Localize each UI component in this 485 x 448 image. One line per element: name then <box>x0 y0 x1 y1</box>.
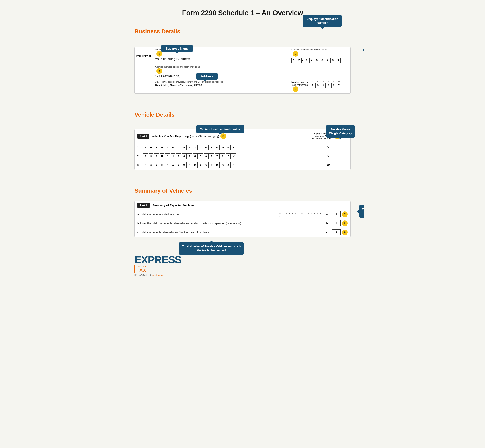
mfu-col-y2: Y 0 <box>316 81 320 88</box>
city-left-spacer <box>135 79 152 94</box>
address-label: Address (number, street, and room or sui… <box>155 66 286 68</box>
vehicle-section-title: Vehicle Details <box>135 111 350 118</box>
mfu-boxes: Y 2 Y 0 Y 2 Y 0 <box>310 81 342 88</box>
mfu-col-m2: M 7 <box>337 81 342 88</box>
vin-row-3: 3 5 6 7 F G 4 7 S D G 4 5 F D G <box>135 161 350 169</box>
vin-row-2: 2 4 5 6 H J J 5 6 7 G D A 5 7 6 <box>135 152 350 161</box>
part-i-badge: Part I <box>137 134 149 139</box>
address-row: Address (number, street, and room or sui… <box>135 64 350 79</box>
ein-dash: - <box>302 57 303 63</box>
part-i-title: Vehicles You Are Reporting <box>152 135 189 138</box>
part-i-subtitle: (enter VIN and category) <box>190 135 219 138</box>
address-callout: Address <box>196 73 218 80</box>
row-b-label: Enter the total number of taxable vehicl… <box>140 222 279 225</box>
city-field: City or town, state or province, country… <box>152 79 289 94</box>
logo-tax: TAX <box>136 268 147 273</box>
ein-char-5: 5 <box>315 57 319 63</box>
business-name-callout: Business Name <box>161 45 193 52</box>
badge-4: 4 <box>293 87 299 92</box>
tgw-callout: Taxable GrossWeight Category <box>326 125 355 137</box>
logo-express: EXPRESS <box>135 255 182 265</box>
row-a-code: a <box>325 213 329 216</box>
city-row: City or town, state or province, country… <box>135 79 350 94</box>
vin-chars-1: S D F G H E 4 5 2 1 G H Y U W B 9 <box>141 143 306 152</box>
vin-row-num-3: 3 <box>135 161 141 169</box>
mfu-field: Month of first use(see instructions) 4 Y… <box>289 79 350 94</box>
city-value: Rock Hill, South Carolina, 29730 <box>155 84 286 87</box>
ein-field: Employer identification number (EIN) 2 1… <box>289 47 350 64</box>
address-field: Address (number, street, and room or sui… <box>152 64 289 79</box>
row-a-letter: a <box>137 213 139 216</box>
ein-callout: Employer IdentificationNumber <box>303 15 342 27</box>
vin-category-1: V <box>306 143 350 152</box>
summary-part-header: Part II Summary of Reported Vehicles <box>135 201 350 210</box>
badge-1: 1 <box>156 51 162 57</box>
total-vehicles-reported-callout: Total Number of VehiclesReported <box>359 205 364 218</box>
business-name-value: Your Trucking Business <box>155 57 286 61</box>
ein-char-6: 6 <box>320 57 325 63</box>
address-right <box>289 64 350 79</box>
vin-category-3: W <box>306 161 350 169</box>
row-c-code: c <box>325 231 329 234</box>
vin-category-2: V <box>306 152 350 160</box>
vin-row-num-1: 1 <box>135 143 141 152</box>
mfu-label: Month of first use(see instructions) <box>291 81 308 87</box>
business-section: Business Details Employer Identification… <box>135 28 350 94</box>
mfu-col-y4: Y 0 <box>326 81 331 88</box>
address-value: 123 East Main St, <box>155 74 286 78</box>
ein-char-1: 1 <box>291 57 296 63</box>
row-b-dots: . . . . . . . . . . <box>279 222 323 225</box>
summary-section: Summary of Vehicles Total Number of Vehi… <box>135 187 350 237</box>
address-left-spacer <box>135 64 152 79</box>
badge-7: 7 <box>342 211 348 217</box>
row-a-dots: . . . . . . . . . . . . . . . . . . . . … <box>279 211 323 217</box>
ein-char-8: 8 <box>330 57 335 63</box>
row-b-code: b <box>325 222 329 225</box>
row-b-value: 1 <box>332 220 341 226</box>
logo-accent-bar <box>135 265 135 273</box>
part-ii-title: Summary of Reported Vehicles <box>152 204 194 207</box>
ein-boxes: 1 2 - 3 4 5 6 7 8 9 <box>291 57 348 63</box>
row-c-value: 2 <box>332 229 341 235</box>
part-ii-badge: Part II <box>137 203 150 208</box>
vin-row-1: 1 S D F G H E 4 5 2 1 G H Y U W <box>135 143 350 152</box>
row-c-label: Total number of taxable vehicles. Subtra… <box>140 231 279 234</box>
badge-9: 9 <box>342 230 348 235</box>
row-a-value: 3 <box>332 211 341 217</box>
summary-row-b: b Enter the total number of taxable vehi… <box>135 219 350 228</box>
ein-char-3: 3 <box>304 57 309 63</box>
vin-row-num-2: 2 <box>135 152 141 160</box>
mfu-col-m1: M 0 <box>331 81 336 88</box>
summary-row-a: a Total number of reported vehicles . . … <box>135 210 350 219</box>
ein-char-2: 2 <box>297 57 302 63</box>
vin-chars-2: 4 5 6 H J J 5 6 7 G D A 5 7 6 7 K <box>141 152 306 160</box>
ein-label: Employer identification number (EIN) <box>291 48 348 51</box>
ein-char-4: 4 <box>309 57 314 63</box>
row-a-label: Total number of reported vehicles <box>140 213 279 216</box>
logo-tagline: IRS 2290 & IFTA made easy <box>135 274 163 276</box>
summary-form: Part II Summary of Reported Vehicles a T… <box>135 201 350 237</box>
badge-3: 3 <box>156 68 162 74</box>
ein-char-7: 7 <box>325 57 330 63</box>
ein-char-9: 9 <box>336 57 341 63</box>
type-or-print-label: Type or Print <box>135 47 152 64</box>
badge-2: 2 <box>293 51 299 57</box>
total-suspended-callout: Total Number of Taxable Vehicles on whic… <box>179 242 244 255</box>
vehicle-section: Vehicle Details Vehicle Identification N… <box>135 111 350 170</box>
vin-chars-3: 5 6 7 F G 4 7 S D G 4 5 F D G S J <box>141 161 306 169</box>
summary-section-title: Summary of Vehicles <box>135 187 350 194</box>
row-c-dots: . . . . . . . . . . . . . . . . . . . . … <box>279 231 323 234</box>
mfu-col-y3: Y 2 <box>321 81 326 88</box>
logo-tagline-suffix: made easy <box>152 274 163 276</box>
row-b-letter: b <box>137 222 139 225</box>
badge-8: 8 <box>342 220 348 226</box>
city-label: City or town, state or province, country… <box>155 81 286 83</box>
vin-callout: Vehicle Identification Number <box>196 125 244 133</box>
summary-row-c: c Total number of taxable vehicles. Subt… <box>135 228 350 237</box>
mfu-col-y1: Y 2 <box>310 81 315 88</box>
row-c-letter: c <box>137 231 139 234</box>
logo-section: EXPRESS TRUCK TAX IRS 2290 & IFTA made e… <box>135 255 350 276</box>
business-section-title: Business Details <box>135 28 350 35</box>
